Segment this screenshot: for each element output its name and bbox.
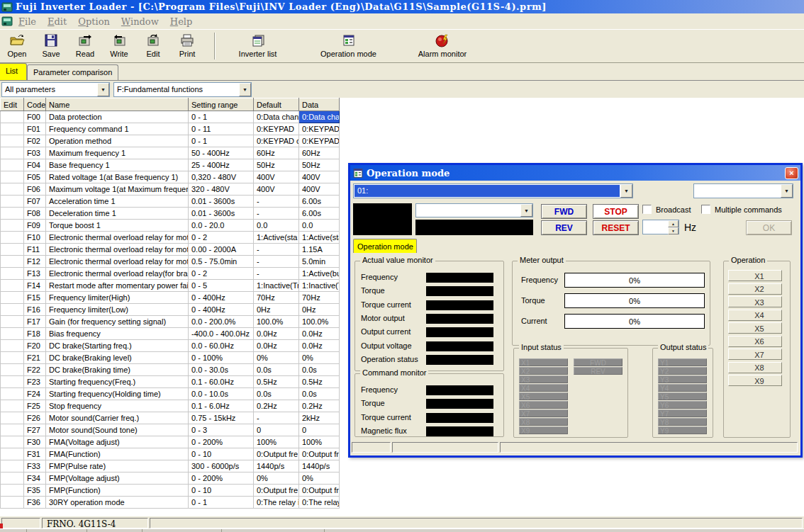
table-row[interactable]: F07Acceleration time 10.01 - 3600s-6.00s	[1, 196, 340, 208]
stop-button[interactable]: STOP	[593, 204, 639, 219]
command-source-select[interactable]: ▼	[693, 183, 793, 198]
chevron-down-icon[interactable]: ▼	[97, 83, 109, 96]
close-icon[interactable]: ×	[785, 167, 798, 179]
operation-x6-button[interactable]: X6	[728, 336, 782, 347]
operation-x1-button[interactable]: X1	[728, 270, 782, 281]
edit-cell[interactable]	[1, 171, 24, 183]
table-row[interactable]: F16Frequency limiter(Low)0 - 400Hz0Hz0Hz	[1, 304, 340, 316]
operation-x4-button[interactable]: X4	[728, 310, 782, 321]
broadcast-checkbox[interactable]	[642, 205, 652, 214]
frequency-input[interactable]	[643, 220, 668, 234]
table-row[interactable]: F21DC brake(Braking level)0 - 100%0%0%	[1, 352, 340, 364]
operation-x3-button[interactable]: X3	[728, 296, 782, 307]
table-row[interactable]: F01Frequency command 10 - 110:KEYPAD0:KE…	[1, 123, 340, 135]
chevron-down-icon[interactable]: ▼	[781, 184, 793, 198]
read-button[interactable]: Read	[68, 30, 102, 62]
edit-cell[interactable]	[1, 448, 24, 460]
edit-cell[interactable]	[1, 376, 24, 388]
print-button[interactable]: Print	[170, 30, 204, 62]
table-row[interactable]: F31FMA(Function)0 - 100:Output fre0:Outp…	[1, 448, 340, 460]
chevron-down-icon[interactable]: ▼	[239, 83, 251, 96]
table-row[interactable]: F00Data protection0 - 10:Data chan0:Data…	[1, 111, 340, 123]
edit-cell[interactable]	[1, 111, 24, 123]
frequency-spinner[interactable]: ▲ ▼	[642, 220, 679, 234]
table-row[interactable]: F3630RY operation mode0 - 10:The relay i…	[1, 497, 340, 509]
menu-help[interactable]: Help	[170, 16, 193, 27]
edit-cell[interactable]	[1, 159, 24, 171]
edit-cell[interactable]	[1, 183, 24, 196]
menu-option[interactable]: Option	[78, 16, 110, 27]
multiple-commands-checkbox[interactable]	[701, 205, 710, 214]
operation-mode-button[interactable]: Operation mode	[311, 30, 386, 62]
edit-cell[interactable]	[1, 460, 24, 472]
edit-cell[interactable]	[1, 135, 24, 147]
inverter-list-button[interactable]: Inverter list	[224, 30, 291, 62]
table-row[interactable]: F03Maximum frequency 150 - 400Hz60Hz60Hz	[1, 147, 340, 159]
fwd-button[interactable]: FWD	[541, 204, 587, 219]
edit-button[interactable]: Edit	[136, 30, 170, 62]
header-data[interactable]: Data	[299, 98, 340, 111]
edit-cell[interactable]	[1, 147, 24, 159]
edit-cell[interactable]	[1, 280, 24, 292]
edit-cell[interactable]	[1, 256, 24, 268]
edit-cell[interactable]	[1, 304, 24, 316]
table-row[interactable]: F18Bias frequency-400.0 - 400.0Hz0.0Hz0.…	[1, 328, 340, 340]
edit-cell[interactable]	[1, 364, 24, 376]
table-row[interactable]: F35FMP(Function)0 - 100:Output fre0:Outp…	[1, 485, 340, 497]
tab-operation-mode[interactable]: Operation mode	[353, 239, 417, 253]
tab-list[interactable]: List	[0, 63, 27, 80]
table-row[interactable]: F27Motor sound(Sound tone)0 - 300	[1, 424, 340, 436]
tab-parameter-comparison[interactable]: Parameter comparison	[27, 64, 118, 80]
edit-cell[interactable]	[1, 244, 24, 256]
edit-cell[interactable]	[1, 497, 24, 509]
chevron-down-icon[interactable]: ▼	[620, 184, 632, 198]
write-button[interactable]: Write	[102, 30, 136, 62]
table-row[interactable]: F13Electronic thermal overload relay(for…	[1, 268, 340, 280]
table-row[interactable]: F33FMP(Pulse rate)300 - 6000p/s1440p/s14…	[1, 460, 340, 472]
table-row[interactable]: F12Electronic thermal overload relay for…	[1, 256, 340, 268]
table-row[interactable]: F23Starting frequency(Freq.)0.1 - 60.0Hz…	[1, 376, 340, 388]
menu-window[interactable]: Window	[121, 16, 159, 27]
table-row[interactable]: F17Gain (for frequency setting signal)0.…	[1, 316, 340, 328]
table-row[interactable]: F22DC brake(Braking time)0.0 - 30.0s0.0s…	[1, 364, 340, 376]
edit-cell[interactable]	[1, 268, 24, 280]
menu-file[interactable]: File	[18, 16, 36, 27]
table-row[interactable]: F26Motor sound(Carrier freq.)0.75 - 15kH…	[1, 412, 340, 424]
ok-button[interactable]: OK	[746, 220, 792, 235]
edit-cell[interactable]	[1, 292, 24, 304]
edit-cell[interactable]	[1, 436, 24, 448]
header-code[interactable]: Code	[24, 98, 46, 111]
reset-button[interactable]: RESET	[593, 220, 639, 235]
operation-x8-button[interactable]: X8	[728, 362, 782, 373]
edit-cell[interactable]	[1, 123, 24, 135]
table-row[interactable]: F04Base frequency 125 - 400Hz50Hz50Hz	[1, 159, 340, 171]
operation-x9-button[interactable]: X9	[728, 375, 782, 386]
edit-cell[interactable]	[1, 220, 24, 232]
spin-down-icon[interactable]: ▼	[668, 227, 679, 234]
edit-cell[interactable]	[1, 232, 24, 244]
frequency-preset-select[interactable]: ▼	[415, 203, 533, 217]
operation-x5-button[interactable]: X5	[728, 322, 782, 334]
chevron-down-icon[interactable]: ▼	[520, 204, 532, 217]
operation-x2-button[interactable]: X2	[728, 283, 782, 295]
edit-cell[interactable]	[1, 328, 24, 340]
spin-up-icon[interactable]: ▲	[668, 220, 679, 227]
edit-cell[interactable]	[1, 485, 24, 497]
table-row[interactable]: F25Stop frequency0.1 - 6.0Hz0.2Hz0.2Hz	[1, 400, 340, 412]
rev-button[interactable]: REV	[541, 220, 587, 235]
menu-edit[interactable]: Edit	[48, 16, 67, 27]
inverter-select[interactable]: 01: ▼	[353, 183, 633, 198]
save-button[interactable]: Save	[34, 30, 68, 62]
table-row[interactable]: F11Electronic thermal overload relay for…	[1, 244, 340, 256]
header-edit[interactable]: Edit	[1, 98, 24, 111]
title-bar[interactable]: Fuji Inverter Loader - [C:\Program Files…	[0, 0, 804, 13]
table-row[interactable]: F06Maximum voltage 1(at Maximum frequenc…	[1, 183, 340, 196]
operation-x7-button[interactable]: X7	[728, 349, 782, 360]
parameter-group-select[interactable]: All parameters ▼	[1, 82, 110, 97]
function-group-select[interactable]: F:Fundamental functions ▼	[113, 82, 252, 97]
open-button[interactable]: Open	[0, 30, 34, 62]
edit-cell[interactable]	[1, 196, 24, 208]
dialog-title-bar[interactable]: Operation mode ×	[350, 165, 800, 181]
edit-cell[interactable]	[1, 424, 24, 436]
edit-cell[interactable]	[1, 316, 24, 328]
